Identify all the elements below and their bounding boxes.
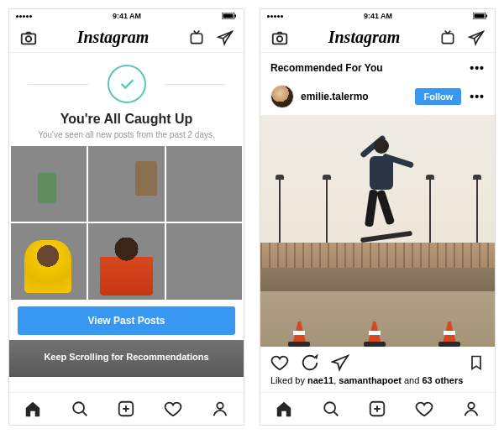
tab-bar	[9, 392, 244, 425]
svg-rect-10	[475, 14, 485, 18]
new-post-tab-icon[interactable]	[368, 400, 386, 418]
svg-rect-11	[486, 15, 488, 18]
grid-thumbnail[interactable]	[11, 146, 87, 222]
status-bar: 9:41 AM	[9, 9, 244, 23]
username[interactable]: emilie.talermo	[301, 91, 369, 102]
bookmark-icon[interactable]	[468, 353, 485, 372]
grid-thumbnail[interactable]	[166, 146, 242, 222]
search-tab-icon[interactable]	[322, 400, 340, 418]
instagram-logo: Instagram	[328, 28, 401, 47]
app-header: Instagram	[260, 23, 495, 53]
svg-point-4	[26, 36, 31, 41]
grid-thumbnail[interactable]	[88, 223, 164, 299]
svg-point-15	[324, 402, 335, 413]
camera-icon[interactable]	[19, 29, 38, 47]
post-image[interactable]	[260, 115, 495, 347]
instagram-logo: Instagram	[77, 28, 150, 47]
new-post-tab-icon[interactable]	[117, 400, 135, 418]
home-tab-icon[interactable]	[24, 400, 42, 418]
avatar[interactable]	[270, 85, 294, 108]
signal-icon	[16, 15, 32, 18]
feed-content[interactable]: You're All Caught Up You've seen all new…	[9, 53, 244, 392]
scroll-hint: Keep Scrolling for Recommendations	[9, 340, 244, 377]
post-header: emilie.talermo Follow •••	[260, 80, 495, 115]
grid-thumbnail[interactable]	[88, 146, 164, 222]
activity-tab-icon[interactable]	[164, 400, 182, 418]
battery-icon	[222, 13, 237, 19]
profile-tab-icon[interactable]	[462, 400, 480, 418]
svg-point-17	[468, 403, 474, 409]
phone-screen-caught-up: 9:41 AM Instagram You're All Caught Up Y…	[8, 8, 244, 426]
more-icon[interactable]: •••	[470, 61, 485, 75]
share-icon[interactable]	[331, 353, 349, 372]
search-tab-icon[interactable]	[71, 400, 89, 418]
direct-message-icon[interactable]	[217, 29, 234, 46]
status-bar: 9:41 AM	[260, 9, 495, 23]
signal-icon	[267, 15, 283, 18]
camera-icon[interactable]	[270, 29, 289, 47]
igtv-icon[interactable]	[439, 29, 456, 46]
recommended-header: Recommended For You •••	[260, 53, 495, 80]
svg-point-13	[277, 36, 282, 41]
status-time: 9:41 AM	[113, 12, 141, 20]
checkmark-icon	[108, 65, 146, 103]
recommended-title: Recommended For You	[270, 62, 383, 74]
grid-thumbnail[interactable]	[11, 223, 87, 299]
phone-screen-recommended: 9:41 AM Instagram Recommended For You ••…	[260, 8, 496, 426]
svg-rect-5	[191, 34, 202, 44]
post-more-icon[interactable]: •••	[470, 90, 485, 103]
svg-point-8	[217, 403, 223, 409]
svg-rect-12	[273, 34, 287, 44]
likes-text: Liked by nae11, samanthapoet and 63 othe…	[260, 375, 495, 392]
like-icon[interactable]	[270, 353, 289, 372]
past-posts-grid	[9, 146, 244, 300]
activity-tab-icon[interactable]	[415, 400, 433, 418]
battery-icon	[473, 13, 488, 19]
svg-rect-2	[235, 15, 237, 18]
profile-tab-icon[interactable]	[211, 400, 229, 418]
grid-thumbnail[interactable]	[166, 223, 242, 299]
svg-rect-1	[223, 14, 234, 18]
caught-up-banner: You're All Caught Up You've seen all new…	[9, 53, 244, 146]
caught-up-title: You're All Caught Up	[18, 112, 235, 127]
caught-up-subtitle: You've seen all new posts from the past …	[18, 130, 235, 139]
view-past-posts-button[interactable]: View Past Posts	[18, 306, 235, 335]
app-header: Instagram	[9, 23, 244, 53]
svg-rect-14	[442, 34, 453, 44]
home-tab-icon[interactable]	[275, 400, 293, 418]
direct-message-icon[interactable]	[468, 29, 485, 46]
svg-point-6	[73, 402, 84, 413]
post-actions	[260, 347, 495, 375]
tab-bar	[260, 392, 495, 425]
comment-icon[interactable]	[301, 353, 319, 372]
svg-rect-3	[22, 34, 36, 44]
follow-button[interactable]: Follow	[415, 88, 461, 105]
status-time: 9:41 AM	[364, 12, 392, 20]
feed-content[interactable]: Recommended For You ••• emilie.talermo F…	[260, 53, 495, 392]
igtv-icon[interactable]	[188, 29, 205, 46]
